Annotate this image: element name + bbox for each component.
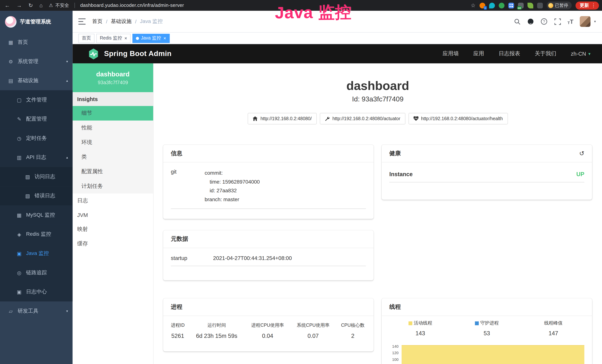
url-text[interactable]: dashboard.yudao.iocoder.cn/infra/admin-s… — [80, 3, 184, 8]
sba-section-insights[interactable]: Insights — [73, 92, 153, 106]
tab-home[interactable]: 首页 — [78, 33, 94, 43]
sba-item-details[interactable]: 细节 — [73, 106, 153, 121]
process-value: 0.04 — [245, 330, 290, 341]
link-label: http://192.168.0.2:48080/ — [260, 116, 312, 121]
extension-on-badge: on — [517, 6, 522, 10]
legend-swatch-yellow — [408, 321, 412, 325]
tab-redis-monitor[interactable]: Redis 监控 × — [97, 33, 130, 43]
breadcrumb-home[interactable]: 首页 — [92, 18, 103, 25]
browser-menu-icon[interactable]: ⋮ — [591, 3, 596, 8]
avatar[interactable] — [580, 16, 591, 27]
health-url-link[interactable]: http://192.168.0.2:48080/actuator/health — [408, 113, 508, 124]
sidebar-item-label: MySQL 监控 — [26, 212, 68, 218]
profile-paused-chip[interactable]: 已暂停 — [547, 1, 572, 9]
sidebar-item-error-logs[interactable]: ▧ 错误日志 — [0, 186, 73, 205]
reload-icon[interactable]: ↻ — [28, 2, 33, 8]
process-col-header: 系统CPU使用率 — [290, 319, 336, 330]
extension-badge: 1 — [484, 6, 486, 10]
legend-daemon-threads: 守护进程 53 — [453, 320, 520, 336]
browser-home-icon[interactable]: ⌂ — [40, 2, 43, 8]
fullscreen-icon[interactable] — [554, 18, 561, 25]
sba-item-environment[interactable]: 环境 — [73, 135, 153, 150]
address-bar[interactable]: ⚠ 不安全 dashboard.yudao.iocoder.cn/infra/a… — [49, 2, 184, 9]
sba-item-logs[interactable]: 日志 — [73, 193, 153, 208]
extension-green-icon[interactable] — [499, 2, 504, 8]
sidebar-item-system[interactable]: ⚙ 系统管理 ▾ — [0, 52, 73, 71]
health-row[interactable]: Instance UP — [389, 171, 584, 182]
extension-orange-icon[interactable]: 1 — [479, 2, 485, 8]
sba-item-config-props[interactable]: 配置属性 — [73, 164, 153, 179]
process-value: 5261 — [167, 330, 189, 341]
tab-java-monitor[interactable]: Java 监控 × — [132, 33, 170, 43]
extension-grid-icon[interactable] — [508, 2, 514, 8]
avatar-caret-icon[interactable]: ▾ — [594, 20, 596, 23]
actuator-url-link[interactable]: http://192.168.0.2:48080/actuator — [320, 113, 405, 124]
breadcrumb-infrastructure[interactable]: 基础设施 — [111, 18, 132, 25]
sba-nav-journal[interactable]: 日志报表 — [499, 50, 520, 57]
threads-chart-plot — [401, 341, 587, 364]
legend-label: 线程峰值 — [544, 320, 562, 326]
legend-value: 143 — [387, 330, 453, 336]
sba-nav-applications[interactable]: 应用 — [473, 50, 484, 57]
chevron-up-icon: ▴ — [66, 79, 68, 83]
sidebar-item-java-monitor[interactable]: ▣ Java 监控 — [0, 244, 73, 263]
update-button[interactable]: 更新 ⋮ — [575, 1, 599, 9]
sidebar-item-label: Java 监控 — [26, 250, 68, 257]
chevron-up-icon: ▴ — [66, 156, 68, 160]
history-icon[interactable]: ↺ — [579, 150, 584, 157]
annotation-text: Java 监控 — [275, 1, 352, 24]
cards-left-column: 信息 git commit: time: 1596289704000 id: 2… — [163, 145, 374, 364]
redis-icon: ◈ — [16, 231, 22, 237]
sidebar-item-log-center[interactable]: ▣ 日志中心 — [0, 282, 73, 301]
sba-nav-about[interactable]: 关于我们 — [535, 50, 556, 57]
extension-switch-icon[interactable]: on — [518, 2, 523, 8]
sba-locale-select[interactable]: zh-CN ▾ — [571, 51, 591, 57]
extension-pin-icon[interactable] — [489, 2, 495, 8]
collapse-sidebar-icon[interactable] — [78, 18, 86, 24]
extensions-puzzle-icon[interactable] — [537, 2, 543, 8]
startup-value: 2021-04-27T00:44:31.254+08:00 — [213, 255, 292, 261]
startup-key: startup — [171, 255, 213, 261]
link-label: http://192.168.0.2:48080/actuator — [333, 116, 400, 121]
search-icon[interactable] — [514, 18, 521, 25]
forward-icon[interactable]: → — [17, 2, 22, 8]
sidebar-item-label: 研发工具 — [18, 308, 62, 314]
sba-nav-wallboard[interactable]: 应用墙 — [442, 50, 459, 57]
sidebar-item-tracing[interactable]: ◎ 链路追踪 — [0, 263, 73, 282]
sidebar-item-scheduled-jobs[interactable]: ◷ 定时任务 — [0, 129, 73, 148]
close-icon[interactable]: × — [124, 36, 127, 41]
metadata-card-header: 元数据 — [163, 230, 374, 248]
mysql-icon: ▦ — [16, 212, 22, 218]
sba-item-caches[interactable]: 缓存 — [73, 237, 153, 251]
sidebar-item-config-management[interactable]: ✎ 配置管理 — [0, 109, 73, 129]
sidebar-item-redis-monitor[interactable]: ◈ Redis 监控 — [0, 225, 73, 244]
extension-leaf-icon[interactable] — [527, 2, 533, 8]
error-log-icon: ▧ — [25, 193, 31, 199]
help-icon[interactable]: ? — [541, 18, 548, 25]
back-icon[interactable]: ← — [5, 2, 10, 8]
sba-item-classes[interactable]: 类 — [73, 150, 153, 164]
git-line: time: 1596289704000 — [205, 177, 260, 186]
sidebar-item-infrastructure[interactable]: ▤ 基础设施 ▴ — [0, 71, 73, 90]
github-icon[interactable] — [527, 18, 534, 25]
font-size-icon[interactable]: TT — [568, 18, 573, 25]
sidebar-item-dev-tools[interactable]: ▱ 研发工具 ▾ — [0, 301, 73, 321]
card-title: 线程 — [389, 303, 401, 310]
sidebar-item-mysql-monitor[interactable]: ▦ MySQL 监控 — [0, 205, 73, 225]
service-url-link[interactable]: http://192.168.0.2:48080/ — [248, 113, 317, 124]
sidebar-item-api-logs[interactable]: ▥ API 日志 ▴ — [0, 148, 73, 167]
browser-nav: ← → ↻ ⌂ — [0, 2, 43, 8]
sidebar-item-file-management[interactable]: ▢ 文件管理 — [0, 90, 73, 110]
sba-instance-header[interactable]: dashboard 93a3fc7f7409 — [73, 64, 153, 92]
sidebar-item-home[interactable]: ▦ 首页 — [0, 33, 73, 52]
bookmark-star-icon[interactable]: ☆ — [471, 2, 475, 8]
close-icon[interactable]: × — [163, 36, 166, 41]
file-icon: ▢ — [16, 97, 22, 103]
sba-item-mappings[interactable]: 映射 — [73, 222, 153, 237]
app-title: 芋道管理系统 — [20, 18, 51, 25]
sba-item-metrics[interactable]: 性能 — [73, 120, 153, 135]
sidebar-item-access-logs[interactable]: ▨ 访问日志 — [0, 167, 73, 186]
sba-item-jvm[interactable]: JVM — [73, 208, 153, 222]
sba-item-scheduled-tasks[interactable]: 计划任务 — [73, 179, 153, 193]
sidebar-item-label: 基础设施 — [18, 77, 62, 84]
